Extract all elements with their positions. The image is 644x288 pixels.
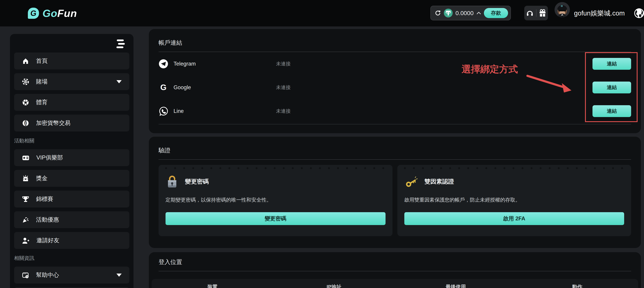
- sidebar-item-label: 首頁: [36, 57, 48, 65]
- trophy-icon: [22, 195, 30, 203]
- connect-google-button[interactable]: 連結: [592, 82, 631, 93]
- connection-status: 未連接: [276, 60, 291, 67]
- sidebar-item-label: 加密貨幣交易: [36, 119, 70, 127]
- home-icon: [22, 57, 30, 65]
- sidebar-item-bonus[interactable]: 獎金: [14, 170, 129, 187]
- link-row-google: G Google 未連接 連結: [158, 81, 631, 94]
- deposit-button[interactable]: 存款: [484, 8, 508, 18]
- sidebar-item-casino[interactable]: 賭場: [14, 73, 129, 90]
- line-icon: [158, 106, 168, 116]
- sidebar-item-label: 賭場: [36, 78, 48, 86]
- logo-word-accent: Go: [42, 7, 57, 19]
- change-password-button[interactable]: 變更密碼: [166, 212, 386, 225]
- logo-word-rest: Fun: [57, 7, 77, 19]
- connection-status: 未連接: [276, 108, 291, 114]
- card-title: 變更密碼: [185, 178, 209, 186]
- sidebar-section-info: 相關資訊: [14, 255, 129, 262]
- verification-section: 驗證 變更密碼 定期變更密碼，以保持密碼的唯一性和安全性。: [149, 137, 641, 248]
- monkey-avatar-image: [554, 2, 570, 17]
- divider: [158, 124, 631, 124]
- login-location-section: 登入位置 裝置 IP地址 最後使用 動作: [149, 252, 641, 288]
- card-perforation-decor: [404, 167, 625, 169]
- svg-text:?: ?: [26, 276, 28, 278]
- topbar-icon-group: [524, 6, 548, 20]
- logo-wordmark: GoFun: [42, 7, 77, 19]
- divider: [158, 271, 631, 271]
- google-icon: G: [158, 83, 168, 92]
- page: G GoFun 0.0000 存款: [0, 0, 644, 288]
- column-header-device: 裝置: [152, 284, 273, 288]
- column-header-ip: IP地址: [273, 284, 395, 288]
- account-link-section: 帳戶連結 Telegram 未連接 連結: [149, 29, 641, 133]
- balance-widget[interactable]: 0.0000 存款: [430, 6, 511, 20]
- vip-card-icon: [22, 154, 30, 162]
- divider: [536, 9, 536, 17]
- tether-coin-icon: [444, 8, 453, 17]
- provider-name: Google: [174, 84, 191, 91]
- column-header-last-used: 最後使用: [395, 284, 516, 288]
- bitcoin-icon: B: [22, 119, 30, 127]
- provider-name: Telegram: [174, 61, 196, 67]
- party-popper-icon: [22, 216, 30, 224]
- sidebar-section-activity: 活動相關: [14, 137, 129, 144]
- link-row-line: Line 未連接 連結: [158, 105, 631, 117]
- enable-2fa-button[interactable]: 啟用 2FA: [404, 212, 624, 225]
- soccer-ball-icon: [22, 99, 30, 106]
- gofun-logo[interactable]: G GoFun: [28, 0, 77, 26]
- sidebar-item-label: VIP俱樂部: [36, 154, 63, 162]
- casino-chip-icon: [22, 78, 30, 86]
- support-headset-icon[interactable]: [526, 9, 534, 17]
- connect-telegram-button[interactable]: 連結: [592, 58, 631, 70]
- sidebar-item-promotions[interactable]: 活動優惠: [14, 211, 129, 228]
- gofun-logo-icon: G: [28, 8, 39, 19]
- sidebar-item-tournament[interactable]: 錦標賽: [14, 191, 129, 208]
- sidebar-item-label: 幫助中心: [36, 271, 59, 279]
- sidebar-item-label: 獎金: [36, 174, 48, 182]
- change-password-card: 變更密碼 定期變更密碼，以保持密碼的唯一性和安全性。 變更密碼: [158, 165, 392, 236]
- gift-icon[interactable]: [539, 9, 546, 17]
- two-factor-card: 雙因素認證 啟用雙重因素保護您的帳戶，防止未經授權的存取。 啟用 2FA: [397, 165, 631, 236]
- chevron-down-icon: [116, 80, 122, 83]
- section-title-account-link: 帳戶連結: [158, 39, 631, 47]
- sidebar-item-partial[interactable]: [14, 287, 129, 288]
- connection-status: 未連接: [276, 84, 291, 91]
- annotation-choose-binding-label: 選擇綁定方式: [462, 63, 518, 76]
- sidebar-item-help-center[interactable]: ? 幫助中心: [14, 267, 129, 284]
- sidebar-item-label: 邀請好友: [36, 237, 59, 244]
- help-center-icon: ?: [22, 271, 30, 279]
- sidebar: 首頁 賭場 體育: [10, 34, 134, 288]
- provider-name: Line: [174, 108, 184, 114]
- connect-line-button[interactable]: 連結: [592, 105, 631, 117]
- chevron-down-icon: [116, 274, 122, 277]
- sidebar-item-home[interactable]: 首頁: [14, 52, 129, 69]
- login-location-table-header: 裝置 IP地址 最後使用 動作: [152, 279, 638, 288]
- sidebar-item-label: 體育: [36, 98, 48, 106]
- column-header-action: 動作: [516, 284, 638, 288]
- menu-collapse-icon[interactable]: [116, 39, 125, 49]
- sidebar-item-vip-club[interactable]: VIP俱樂部: [14, 149, 129, 166]
- padlock-icon: [166, 175, 179, 189]
- sidebar-item-crypto[interactable]: B 加密貨幣交易: [14, 115, 129, 131]
- topbar: G GoFun 0.0000 存款: [0, 0, 644, 26]
- invite-friend-icon: [22, 237, 30, 244]
- balance-amount: 0.0000: [456, 10, 474, 16]
- site-domain-label: gofun娛樂城.com: [574, 0, 625, 26]
- divider: [158, 52, 631, 52]
- sidebar-items: 首頁 賭場 體育: [10, 52, 134, 288]
- sidebar-item-invite-friends[interactable]: 邀請好友: [14, 232, 129, 249]
- svg-text:G: G: [160, 83, 166, 92]
- treasure-chest-icon: [22, 175, 30, 182]
- sidebar-item-label: 活動優惠: [36, 216, 59, 224]
- sidebar-item-sports[interactable]: 體育: [14, 94, 129, 111]
- section-title-login-location: 登入位置: [158, 258, 631, 266]
- svg-text:B: B: [24, 121, 27, 125]
- link-row-telegram: Telegram 未連接 連結: [158, 57, 631, 70]
- section-title-verification: 驗證: [158, 146, 631, 154]
- card-perforation-decor: [165, 167, 386, 169]
- chevron-up-icon[interactable]: [476, 11, 481, 15]
- user-avatar[interactable]: [554, 2, 570, 17]
- telegram-icon: [158, 59, 168, 69]
- card-description: 定期變更密碼，以保持密碼的唯一性和安全性。: [166, 197, 386, 204]
- refresh-icon[interactable]: [434, 10, 441, 16]
- language-globe-icon[interactable]: [634, 8, 644, 18]
